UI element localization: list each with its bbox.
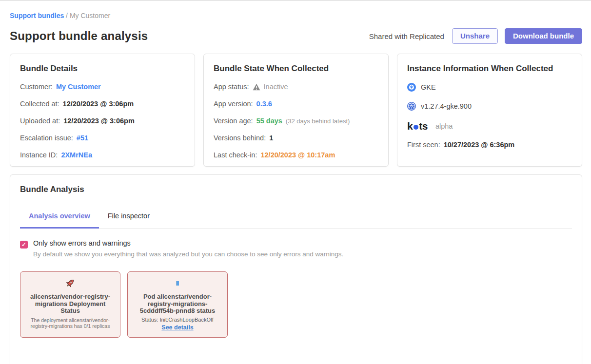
uploaded-at-label: Uploaded at: xyxy=(20,117,60,125)
info-cards-row: Bundle Details Customer: My Customer Col… xyxy=(10,54,582,167)
issue-cards-row: alicenstar/vendor-registry-migrations De… xyxy=(20,271,572,338)
bundle-state-card: Bundle State When Collected App status: … xyxy=(203,54,389,167)
k8s-version-row: v1.27.4-gke.900 xyxy=(407,101,572,112)
app-status-row: App status: Inactive xyxy=(214,83,378,91)
issue-status: Status: Init:CrashLoopBackOff xyxy=(134,317,221,323)
customer-label: Customer: xyxy=(20,83,53,91)
app-status-value: Inactive xyxy=(264,83,288,91)
app-status-label: App status: xyxy=(214,83,249,91)
version-age-label: Version age: xyxy=(214,117,253,125)
collected-at-label: Collected at: xyxy=(20,100,59,108)
bundle-details-card: Bundle Details Customer: My Customer Col… xyxy=(10,54,195,167)
versions-behind-value: 1 xyxy=(269,134,273,142)
version-age-value: 55 days xyxy=(256,117,282,125)
bundle-analysis-card: Bundle Analysis Analysis overview File i… xyxy=(10,174,582,364)
customer-row: Customer: My Customer xyxy=(20,83,185,91)
gke-icon xyxy=(407,83,416,92)
escalation-issue-label: Escalation issue: xyxy=(20,134,73,142)
shared-status-text: Shared with Replicated xyxy=(369,32,444,40)
instance-id-row: Instance ID: 2XMrNEa xyxy=(20,151,185,159)
kubernetes-icon xyxy=(407,102,416,111)
filter-label: Only show errors and warnings xyxy=(33,239,343,247)
collected-at-value: 12/20/2023 @ 3:06pm xyxy=(63,100,134,108)
last-checkin-label: Last check-in: xyxy=(214,151,257,159)
see-details-link[interactable]: See details xyxy=(161,324,193,331)
instance-info-title: Instance Information When Collected xyxy=(407,64,572,74)
issue-title: alicenstar/vendor-registry-migrations De… xyxy=(26,293,114,315)
app-version-label: App version: xyxy=(214,100,253,108)
version-age-row: Version age: 55 days (32 days behind lat… xyxy=(214,117,378,125)
issue-description: The deployment alicenstar/vendor-registr… xyxy=(26,317,114,329)
instance-info-card: Instance Information When Collected GKE xyxy=(397,54,582,167)
first-seen-label: First seen: xyxy=(407,141,440,149)
kots-channel: alpha xyxy=(435,122,453,130)
collected-at-row: Collected at: 12/20/2023 @ 3:06pm xyxy=(20,100,185,108)
breadcrumb-current: My Customer xyxy=(70,12,110,19)
download-bundle-button[interactable]: Download bundle xyxy=(505,28,582,44)
uploaded-at-row: Uploaded at: 12/20/2023 @ 3:06pm xyxy=(20,117,185,125)
escalation-issue-row: Escalation issue: #51 xyxy=(20,134,185,142)
page-title: Support bundle analysis xyxy=(10,29,148,43)
app-version-row: App version: 0.3.6 xyxy=(214,100,378,108)
breadcrumb: Support bundles / My Customer xyxy=(10,12,582,19)
bundle-state-title: Bundle State When Collected xyxy=(214,64,378,74)
filter-description: By default we show you everything that w… xyxy=(33,250,343,258)
bundle-details-title: Bundle Details xyxy=(20,64,185,74)
customer-link[interactable]: My Customer xyxy=(56,83,101,91)
rocket-icon xyxy=(65,278,76,288)
filter-row: ✓ Only show errors and warnings By defau… xyxy=(20,239,572,258)
analysis-tabs: Analysis overview File inspector xyxy=(20,208,572,229)
kots-logo-dot xyxy=(414,125,418,130)
tab-file-inspector[interactable]: File inspector xyxy=(99,208,158,228)
deployment-status-issue-card[interactable]: alicenstar/vendor-registry-migrations De… xyxy=(20,271,120,338)
tab-analysis-overview[interactable]: Analysis overview xyxy=(20,208,99,229)
uploaded-at-value: 12/20/2023 @ 3:06pm xyxy=(63,117,135,125)
breadcrumb-support-bundles-link[interactable]: Support bundles xyxy=(10,12,64,19)
pod-icon xyxy=(176,281,179,286)
instance-id-label: Instance ID: xyxy=(20,151,58,159)
instance-id-link[interactable]: 2XMrNEa xyxy=(61,151,92,159)
versions-behind-row: Versions behind: 1 xyxy=(214,134,378,142)
support-bundle-page: Support bundles / My Customer Support bu… xyxy=(0,1,591,364)
pod-status-issue-card[interactable]: Pod alicenstar/vendor-registry-migration… xyxy=(127,271,228,338)
page-header: Support bundle analysis Shared with Repl… xyxy=(10,28,582,44)
app-version-link[interactable]: 0.3.6 xyxy=(256,100,272,108)
version-age-note: (32 days behind latest) xyxy=(286,117,350,125)
header-actions: Shared with Replicated Unshare Download … xyxy=(369,28,582,44)
kots-logo-ts: ts xyxy=(419,120,428,132)
kots-row: k ts alpha xyxy=(407,121,572,132)
unshare-button[interactable]: Unshare xyxy=(452,28,498,44)
distribution-value: GKE xyxy=(421,83,436,91)
last-checkin-row: Last check-in: 12/20/2023 @ 10:17am xyxy=(214,151,378,159)
warning-icon xyxy=(253,83,260,91)
kots-logo-k: k xyxy=(407,120,413,132)
first-seen-row: First seen: 10/27/2023 @ 6:36pm xyxy=(407,141,572,149)
k8s-version-value: v1.27.4-gke.900 xyxy=(421,102,472,110)
kots-logo: k ts xyxy=(407,120,428,132)
last-checkin-value: 12/20/2023 @ 10:17am xyxy=(260,151,335,159)
bundle-analysis-title: Bundle Analysis xyxy=(20,185,572,194)
first-seen-value: 10/27/2023 @ 6:36pm xyxy=(444,141,515,149)
only-errors-checkbox[interactable]: ✓ xyxy=(20,241,28,249)
issue-title: Pod alicenstar/vendor-registry-migration… xyxy=(134,293,221,315)
distribution-row: GKE xyxy=(407,82,572,93)
breadcrumb-separator: / xyxy=(66,12,70,19)
versions-behind-label: Versions behind: xyxy=(214,134,266,142)
escalation-issue-link[interactable]: #51 xyxy=(77,134,88,142)
